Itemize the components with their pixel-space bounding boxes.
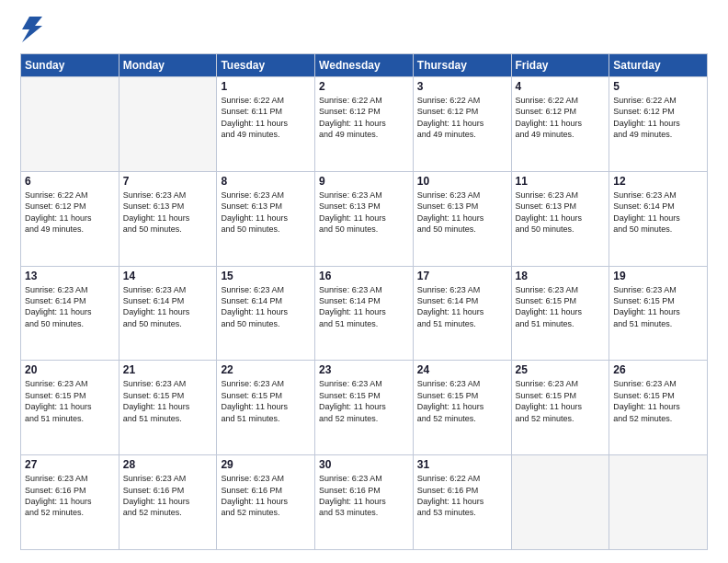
calendar-week-1: 6Sunrise: 6:22 AM Sunset: 6:12 PM Daylig… <box>21 171 708 266</box>
header <box>20 17 708 44</box>
day-number: 31 <box>417 458 507 471</box>
weekday-header-monday: Monday <box>119 54 217 77</box>
day-number: 7 <box>123 175 213 188</box>
day-info: Sunrise: 6:23 AM Sunset: 6:13 PM Dayligh… <box>123 190 213 236</box>
day-number: 9 <box>319 175 409 188</box>
calendar-cell: 10Sunrise: 6:23 AM Sunset: 6:13 PM Dayli… <box>413 171 511 266</box>
weekday-header-thursday: Thursday <box>413 54 511 77</box>
day-number: 29 <box>221 458 311 471</box>
day-info: Sunrise: 6:23 AM Sunset: 6:15 PM Dayligh… <box>516 284 606 330</box>
calendar-cell: 31Sunrise: 6:22 AM Sunset: 6:16 PM Dayli… <box>413 455 511 550</box>
calendar-cell: 20Sunrise: 6:23 AM Sunset: 6:15 PM Dayli… <box>21 361 119 455</box>
day-number: 5 <box>613 80 703 93</box>
day-info: Sunrise: 6:22 AM Sunset: 6:12 PM Dayligh… <box>319 95 409 141</box>
calendar-cell: 21Sunrise: 6:23 AM Sunset: 6:15 PM Dayli… <box>119 361 217 455</box>
day-info: Sunrise: 6:22 AM Sunset: 6:11 PM Dayligh… <box>221 95 311 141</box>
day-number: 15 <box>221 270 311 282</box>
day-number: 3 <box>417 80 507 93</box>
calendar-cell: 17Sunrise: 6:23 AM Sunset: 6:14 PM Dayli… <box>413 266 511 361</box>
calendar-cell <box>21 77 119 172</box>
calendar-week-3: 20Sunrise: 6:23 AM Sunset: 6:15 PM Dayli… <box>21 361 708 455</box>
calendar-cell: 9Sunrise: 6:23 AM Sunset: 6:13 PM Daylig… <box>315 171 414 266</box>
day-info: Sunrise: 6:23 AM Sunset: 6:15 PM Dayligh… <box>221 378 311 424</box>
calendar-cell: 8Sunrise: 6:23 AM Sunset: 6:13 PM Daylig… <box>217 171 315 266</box>
day-info: Sunrise: 6:23 AM Sunset: 6:14 PM Dayligh… <box>221 284 311 330</box>
day-number: 19 <box>613 270 703 282</box>
calendar-cell: 22Sunrise: 6:23 AM Sunset: 6:15 PM Dayli… <box>217 361 315 455</box>
day-info: Sunrise: 6:23 AM Sunset: 6:16 PM Dayligh… <box>123 473 213 519</box>
calendar-cell: 11Sunrise: 6:23 AM Sunset: 6:13 PM Dayli… <box>511 171 609 266</box>
calendar-cell <box>609 455 708 550</box>
day-info: Sunrise: 6:22 AM Sunset: 6:12 PM Dayligh… <box>613 95 703 141</box>
day-info: Sunrise: 6:23 AM Sunset: 6:16 PM Dayligh… <box>221 473 311 519</box>
calendar-week-4: 27Sunrise: 6:23 AM Sunset: 6:16 PM Dayli… <box>21 455 708 550</box>
logo-bird-icon <box>22 17 42 42</box>
weekday-header-wednesday: Wednesday <box>315 54 414 77</box>
day-info: Sunrise: 6:23 AM Sunset: 6:13 PM Dayligh… <box>319 190 409 236</box>
day-number: 27 <box>25 458 115 471</box>
day-info: Sunrise: 6:23 AM Sunset: 6:14 PM Dayligh… <box>25 284 115 330</box>
calendar-cell: 27Sunrise: 6:23 AM Sunset: 6:16 PM Dayli… <box>21 455 119 550</box>
weekday-header-friday: Friday <box>511 54 609 77</box>
day-info: Sunrise: 6:23 AM Sunset: 6:16 PM Dayligh… <box>319 473 409 519</box>
day-info: Sunrise: 6:23 AM Sunset: 6:13 PM Dayligh… <box>417 190 507 236</box>
day-info: Sunrise: 6:23 AM Sunset: 6:15 PM Dayligh… <box>613 284 703 330</box>
day-number: 2 <box>319 80 409 93</box>
calendar-table: SundayMondayTuesdayWednesdayThursdayFrid… <box>20 53 708 550</box>
day-info: Sunrise: 6:23 AM Sunset: 6:13 PM Dayligh… <box>221 190 311 236</box>
calendar-cell: 28Sunrise: 6:23 AM Sunset: 6:16 PM Dayli… <box>119 455 217 550</box>
day-info: Sunrise: 6:22 AM Sunset: 6:12 PM Dayligh… <box>516 95 606 141</box>
day-number: 16 <box>319 270 409 282</box>
calendar-cell: 25Sunrise: 6:23 AM Sunset: 6:15 PM Dayli… <box>511 361 609 455</box>
day-info: Sunrise: 6:23 AM Sunset: 6:15 PM Dayligh… <box>25 378 115 424</box>
day-info: Sunrise: 6:23 AM Sunset: 6:15 PM Dayligh… <box>417 378 507 424</box>
calendar-week-0: 1Sunrise: 6:22 AM Sunset: 6:11 PM Daylig… <box>21 77 708 172</box>
day-info: Sunrise: 6:23 AM Sunset: 6:13 PM Dayligh… <box>516 190 606 236</box>
calendar-cell: 1Sunrise: 6:22 AM Sunset: 6:11 PM Daylig… <box>217 77 315 172</box>
day-info: Sunrise: 6:23 AM Sunset: 6:14 PM Dayligh… <box>613 190 703 236</box>
calendar-cell: 15Sunrise: 6:23 AM Sunset: 6:14 PM Dayli… <box>217 266 315 361</box>
calendar-cell <box>119 77 217 172</box>
logo <box>20 17 42 44</box>
day-number: 13 <box>25 270 115 282</box>
day-number: 6 <box>25 175 115 188</box>
day-number: 20 <box>25 363 115 376</box>
weekday-header-saturday: Saturday <box>609 54 708 77</box>
day-info: Sunrise: 6:23 AM Sunset: 6:15 PM Dayligh… <box>613 378 703 424</box>
day-number: 28 <box>123 458 213 471</box>
calendar-cell: 18Sunrise: 6:23 AM Sunset: 6:15 PM Dayli… <box>511 266 609 361</box>
day-info: Sunrise: 6:23 AM Sunset: 6:14 PM Dayligh… <box>319 284 409 330</box>
day-info: Sunrise: 6:22 AM Sunset: 6:12 PM Dayligh… <box>417 95 507 141</box>
day-number: 1 <box>221 80 311 93</box>
calendar-week-2: 13Sunrise: 6:23 AM Sunset: 6:14 PM Dayli… <box>21 266 708 361</box>
calendar-cell: 13Sunrise: 6:23 AM Sunset: 6:14 PM Dayli… <box>21 266 119 361</box>
day-info: Sunrise: 6:23 AM Sunset: 6:14 PM Dayligh… <box>417 284 507 330</box>
calendar-cell: 2Sunrise: 6:22 AM Sunset: 6:12 PM Daylig… <box>315 77 414 172</box>
day-number: 18 <box>516 270 606 282</box>
calendar-cell: 5Sunrise: 6:22 AM Sunset: 6:12 PM Daylig… <box>609 77 708 172</box>
day-info: Sunrise: 6:23 AM Sunset: 6:15 PM Dayligh… <box>123 378 213 424</box>
calendar-cell: 3Sunrise: 6:22 AM Sunset: 6:12 PM Daylig… <box>413 77 511 172</box>
day-info: Sunrise: 6:22 AM Sunset: 6:12 PM Dayligh… <box>25 190 115 236</box>
page: SundayMondayTuesdayWednesdayThursdayFrid… <box>0 0 728 563</box>
calendar-cell: 14Sunrise: 6:23 AM Sunset: 6:14 PM Dayli… <box>119 266 217 361</box>
calendar-cell: 29Sunrise: 6:23 AM Sunset: 6:16 PM Dayli… <box>217 455 315 550</box>
day-number: 4 <box>516 80 606 93</box>
day-number: 21 <box>123 363 213 376</box>
svg-marker-0 <box>22 17 42 42</box>
calendar-cell: 26Sunrise: 6:23 AM Sunset: 6:15 PM Dayli… <box>609 361 708 455</box>
day-info: Sunrise: 6:23 AM Sunset: 6:15 PM Dayligh… <box>319 378 409 424</box>
calendar-cell: 30Sunrise: 6:23 AM Sunset: 6:16 PM Dayli… <box>315 455 414 550</box>
day-number: 25 <box>516 363 606 376</box>
calendar-cell: 6Sunrise: 6:22 AM Sunset: 6:12 PM Daylig… <box>21 171 119 266</box>
day-number: 30 <box>319 458 409 471</box>
day-info: Sunrise: 6:23 AM Sunset: 6:14 PM Dayligh… <box>123 284 213 330</box>
day-number: 24 <box>417 363 507 376</box>
day-number: 26 <box>613 363 703 376</box>
day-number: 8 <box>221 175 311 188</box>
day-number: 11 <box>516 175 606 188</box>
calendar-cell <box>511 455 609 550</box>
day-number: 12 <box>613 175 703 188</box>
day-info: Sunrise: 6:23 AM Sunset: 6:16 PM Dayligh… <box>25 473 115 519</box>
calendar-cell: 12Sunrise: 6:23 AM Sunset: 6:14 PM Dayli… <box>609 171 708 266</box>
